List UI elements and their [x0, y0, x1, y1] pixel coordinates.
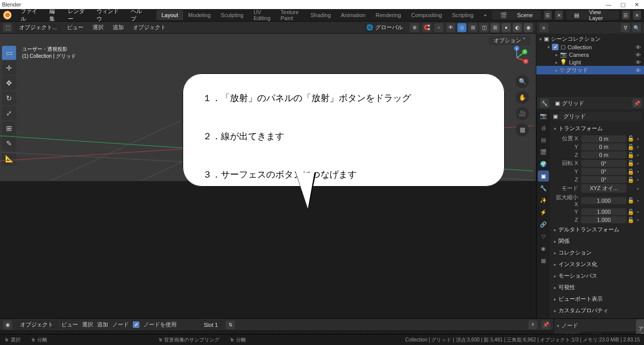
transform-panel-header[interactable]: ▾トランスフォーム	[553, 123, 641, 134]
tab-scripting[interactable]: Scripting	[447, 10, 478, 20]
close-icon[interactable]: ✕	[634, 2, 639, 8]
shading-matprev-icon[interactable]: ◐	[513, 23, 522, 32]
ptab-scene[interactable]: 🎬	[538, 146, 549, 157]
collection-panel-header[interactable]: ▸コレクション	[553, 247, 641, 258]
tab-layout[interactable]: Layout	[156, 10, 183, 20]
scl-x-field[interactable]: 1.000	[581, 197, 626, 204]
ptab-material[interactable]: ◉	[538, 243, 549, 254]
tab-uv[interactable]: UV Editing	[249, 7, 276, 23]
menu-help[interactable]: ヘルプ	[127, 8, 150, 23]
tab-shading[interactable]: Shading	[305, 10, 336, 20]
rotation-mode-field[interactable]: XYZ オイ...	[581, 184, 626, 193]
maximize-icon[interactable]: ▢	[620, 2, 625, 8]
node-editor[interactable]: ◉ オブジェクト ビュー 選択 追加 ノード ✓ ノードを使用 Slot 1 ⇅…	[0, 319, 553, 345]
eye-icon[interactable]: 👁	[635, 67, 641, 73]
tool-cursor[interactable]: ✛	[2, 61, 16, 75]
tool-move[interactable]: ✥	[2, 76, 16, 90]
mode-selector[interactable]: オブジェクト...	[15, 23, 61, 32]
custom-props-panel-header[interactable]: ▸カスタムプロパティ	[553, 305, 641, 316]
tab-texture[interactable]: Texture Paint	[276, 7, 306, 23]
ptab-texture[interactable]: ▦	[538, 255, 549, 266]
grid-row[interactable]: ▸ ▽ グリッド 👁	[536, 66, 644, 74]
scene-collection-row[interactable]: ▾▣ シーンコレクション	[536, 35, 644, 43]
ptab-physics[interactable]: ⚡	[538, 207, 549, 218]
ptab-mesh[interactable]: ▽	[538, 231, 549, 242]
options-dropdown[interactable]: オプション ˅	[489, 36, 531, 45]
pivot-icon[interactable]: ⊕	[410, 23, 419, 32]
motion-panel-header[interactable]: ▸モーションパス	[553, 270, 641, 282]
props-type-icon[interactable]: 🔧	[540, 99, 549, 108]
eye-icon[interactable]: 👁	[635, 59, 641, 65]
snap-icon[interactable]: 🧲	[422, 23, 431, 32]
tool-rotate[interactable]: ↻	[2, 91, 16, 105]
vp-menu-object[interactable]: オブジェクト	[130, 24, 169, 31]
shading-solid-icon[interactable]: ●	[502, 23, 511, 32]
menu-file[interactable]: ファイル	[17, 8, 45, 23]
tab-add[interactable]: +	[478, 10, 492, 20]
ptab-modifiers[interactable]: 🔧	[538, 183, 549, 194]
visibility-panel-header[interactable]: ▸可視性	[553, 282, 641, 293]
ptab-constraints[interactable]: 🔗	[538, 219, 549, 230]
rot-y-field[interactable]: 0°	[581, 168, 626, 175]
scene-new-button[interactable]: ☰	[544, 11, 552, 20]
overlay-toggle[interactable]: ⊞	[468, 23, 477, 32]
outliner-search-icon[interactable]: 🔍	[632, 23, 641, 32]
viewlayer-delete-button[interactable]: ✕	[633, 11, 641, 20]
tab-rendering[interactable]: Rendering	[370, 10, 406, 20]
menu-edit[interactable]: 編集	[45, 8, 64, 23]
scl-y-field[interactable]: 1.000	[581, 208, 626, 215]
orientation-selector[interactable]: 🌐グローバル	[362, 23, 407, 32]
collection-check[interactable]: ✓	[552, 44, 558, 50]
ptab-object[interactable]: ▣	[538, 170, 549, 182]
camera-view-icon[interactable]: 🎥	[516, 107, 529, 120]
rot-z-field[interactable]: 0°	[581, 176, 626, 183]
zoom-icon[interactable]: 🔍	[516, 75, 529, 88]
tab-animation[interactable]: Animation	[336, 10, 371, 20]
outliner-filter-icon[interactable]: ∇	[621, 23, 630, 32]
scene-delete-button[interactable]: ✕	[555, 11, 563, 20]
axis-gizmo[interactable]: Z Y X	[505, 46, 529, 70]
outliner-type-icon[interactable]: ≡	[539, 23, 548, 32]
tab-sculpting[interactable]: Sculpting	[216, 10, 249, 20]
loc-y-field[interactable]: 0 m	[581, 143, 626, 150]
ptab-output[interactable]: 🖨	[538, 122, 549, 133]
vp-menu-select[interactable]: 選択	[90, 24, 107, 31]
ptab-render[interactable]: 📷	[538, 110, 549, 121]
node-panel-header[interactable]: ▾ノード	[557, 321, 641, 330]
eye-icon[interactable]: 👁	[635, 52, 641, 58]
blender-logo-icon[interactable]	[3, 11, 12, 20]
ptab-viewlayer[interactable]: ▤	[538, 134, 549, 145]
gizmo-toggle[interactable]: ◎	[457, 23, 466, 32]
viewlayer-selector[interactable]: ▤View Layer	[566, 11, 619, 20]
loc-x-field[interactable]: 0 m	[581, 135, 626, 142]
ptab-world[interactable]: 🌍	[538, 158, 549, 169]
scene-selector[interactable]: 🎬Scene	[492, 11, 541, 20]
menu-window[interactable]: ウィンドウ	[93, 8, 127, 23]
vp-menu-add[interactable]: 追加	[110, 24, 127, 31]
ptab-particles[interactable]: ✨	[538, 195, 549, 206]
instancing-panel-header[interactable]: ▸インスタンス化	[553, 258, 641, 270]
loc-z-field[interactable]: 0 m	[581, 151, 626, 158]
relations-panel-header[interactable]: ▸関係	[553, 235, 641, 247]
tool-select-box[interactable]: ▭	[2, 46, 16, 60]
camera-row[interactable]: ▸ 📷 Camera 👁	[536, 51, 644, 58]
minimize-icon[interactable]: —	[606, 2, 611, 8]
collection-row[interactable]: ▾ ✓ ▢ Collection 👁	[536, 43, 644, 51]
tab-modeling[interactable]: Modeling	[183, 10, 216, 20]
viewlayer-new-button[interactable]: ☰	[622, 11, 630, 20]
scl-z-field[interactable]: 1.000	[581, 216, 626, 223]
delta-panel-header[interactable]: ▸デルタトランスフォーム	[553, 224, 641, 235]
rot-x-field[interactable]: 0°	[581, 160, 626, 167]
visibility-icon[interactable]: 👁	[446, 23, 455, 32]
tool-scale[interactable]: ⤢	[2, 106, 16, 120]
pin-icon[interactable]: 📌	[632, 99, 641, 108]
vp-menu-view[interactable]: ビュー	[64, 24, 87, 31]
menu-render[interactable]: レンダー	[64, 8, 93, 23]
props-object-field[interactable]: ▣ グリッド	[551, 99, 630, 108]
pan-icon[interactable]: ✋	[516, 91, 529, 104]
tab-compositing[interactable]: Compositing	[406, 10, 447, 20]
persp-ortho-icon[interactable]: ▦	[516, 123, 529, 136]
viewport-display-panel-header[interactable]: ▸ビューポート表示	[553, 293, 641, 305]
proportional-icon[interactable]: ○	[434, 23, 443, 32]
light-row[interactable]: ▸ 💡 Light 👁	[536, 58, 644, 66]
